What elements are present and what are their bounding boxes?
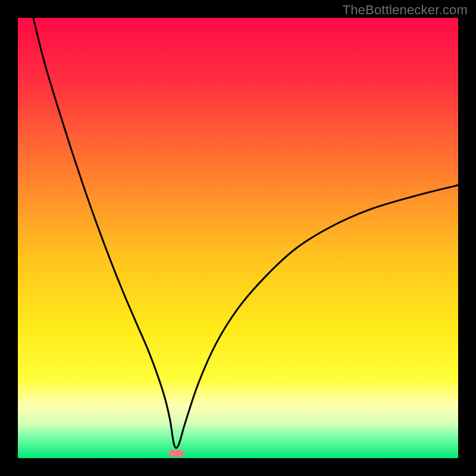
gradient-background xyxy=(18,18,458,458)
watermark-text: TheBottlenecker.com xyxy=(343,2,468,18)
bottleneck-chart xyxy=(18,18,458,458)
minimum-marker xyxy=(168,450,184,457)
chart-frame: TheBottlenecker.com xyxy=(0,0,476,476)
plot-area xyxy=(18,18,458,458)
